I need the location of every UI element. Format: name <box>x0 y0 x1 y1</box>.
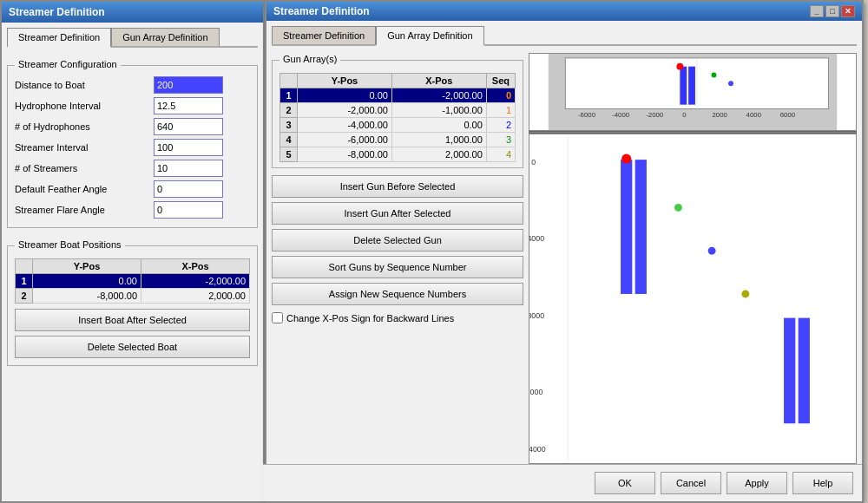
input-feather[interactable] <box>154 180 223 198</box>
close-button[interactable]: ✕ <box>841 5 855 17</box>
assign-seq-button[interactable]: Assign New Sequence Numbers <box>272 283 523 305</box>
tab-gun-array-left[interactable]: Gun Array Definition <box>111 28 219 46</box>
gun-array-table: Y-Pos X-Pos Seq 1 0.00 -2,00 <box>279 73 516 162</box>
form-row-num-streamers: # of Streamers <box>15 160 250 177</box>
right-inner: Gun Array(s) Y-Pos X-Pos Seq <box>272 53 857 464</box>
change-xpos-checkbox[interactable] <box>272 312 283 323</box>
minimize-button[interactable]: _ <box>810 5 824 17</box>
form-row-flare: Streamer Flare Angle <box>15 201 250 219</box>
form-row-streamer-interval: Streamer Interval <box>15 139 250 156</box>
input-streamer-interval[interactable] <box>154 139 223 156</box>
delete-boat-button[interactable]: Delete Selected Boat <box>15 336 250 358</box>
table-row[interactable]: 5 -8,000.00 2,000.00 4 <box>280 147 516 162</box>
label-streamer-interval: Streamer Interval <box>15 142 154 153</box>
form-row-hydro-interval: Hydrophone Interval <box>15 97 250 114</box>
apply-button[interactable]: Apply <box>727 472 787 494</box>
left-content: Streamer Definition Gun Array Definition… <box>2 23 263 501</box>
svg-text:6000: 6000 <box>780 111 796 119</box>
col-seq-gun: Seq <box>486 74 515 88</box>
svg-text:0: 0 <box>531 158 536 167</box>
boat-positions-title: Streamer Boat Positions <box>15 239 125 250</box>
input-num-hydro[interactable] <box>154 118 223 135</box>
col-rownum <box>16 259 33 274</box>
cancel-button[interactable]: Cancel <box>661 472 721 494</box>
insert-boat-button[interactable]: Insert Boat After Selected <box>15 309 250 331</box>
svg-point-13 <box>728 81 733 86</box>
input-hydro-interval[interactable] <box>154 97 223 114</box>
change-xpos-label: Change X-Pos Sign for Backward Lines <box>286 313 454 323</box>
input-distance[interactable] <box>154 76 223 94</box>
viz-bottom-svg: 0 -4000 -8000 -12000 -14000 <box>529 134 856 463</box>
label-distance: Distance to Boat <box>15 80 154 90</box>
svg-rect-11 <box>688 67 695 105</box>
main-container: Streamer Definition Streamer Definition … <box>0 0 868 503</box>
right-tab-bar: Streamer Definition Gun Array Definition <box>272 26 857 46</box>
help-button[interactable]: Help <box>792 472 853 494</box>
right-controls: Gun Array(s) Y-Pos X-Pos Seq <box>272 53 523 464</box>
table-row[interactable]: 1 0.00 -2,000.00 0 <box>280 88 516 103</box>
svg-text:-6000: -6000 <box>578 111 596 119</box>
svg-text:2000: 2000 <box>712 111 727 119</box>
tab-gun-array-right[interactable]: Gun Array Definition <box>376 26 483 46</box>
gun-buttons: Insert Gun Before Selected Insert Gun Af… <box>272 175 523 307</box>
maximize-button[interactable]: □ <box>825 5 839 17</box>
svg-point-26 <box>708 247 716 255</box>
col-xpos-boat: X-Pos <box>141 259 250 274</box>
svg-text:-4000: -4000 <box>612 111 630 119</box>
table-row[interactable]: 2 -8,000.00 2,000.00 <box>16 289 250 304</box>
viz-bottom-panel: 0 -4000 -8000 -12000 -14000 <box>529 134 857 464</box>
input-flare[interactable] <box>154 201 223 219</box>
label-num-streamers: # of Streamers <box>15 163 154 173</box>
right-titlebar: Streamer Definition _ □ ✕ <box>266 2 862 21</box>
form-row-distance: Distance to Boat <box>15 76 250 94</box>
svg-point-27 <box>741 291 749 298</box>
viz-top-panel: -6000 -4000 -2000 0 2000 4000 6000 <box>529 53 857 131</box>
delete-gun-button[interactable]: Delete Selected Gun <box>272 229 523 252</box>
svg-text:4000: 4000 <box>746 111 762 119</box>
streamer-config-group: Streamer Configuration Distance to Boat … <box>7 65 258 228</box>
checkbox-row: Change X-Pos Sign for Backward Lines <box>272 312 523 323</box>
table-row[interactable]: 2 -2,000.00 -1,000.00 1 <box>280 103 516 118</box>
label-flare: Streamer Flare Angle <box>15 205 154 215</box>
svg-point-12 <box>712 73 717 78</box>
insert-gun-after-button[interactable]: Insert Gun After Selected <box>272 202 523 225</box>
ok-button[interactable]: OK <box>595 472 655 494</box>
svg-point-24 <box>621 154 631 164</box>
svg-rect-29 <box>799 318 810 424</box>
table-row[interactable]: 4 -6,000.00 1,000.00 3 <box>280 133 516 147</box>
boat-positions-table: Y-Pos X-Pos 1 0.00 -2,000.00 2 <box>15 258 250 304</box>
col-xpos-gun: X-Pos <box>391 74 486 88</box>
svg-point-14 <box>676 63 683 70</box>
svg-text:-12000: -12000 <box>529 388 542 396</box>
sort-guns-button[interactable]: Sort Guns by Sequence Number <box>272 256 523 278</box>
svg-rect-10 <box>680 67 687 105</box>
left-titlebar: Streamer Definition <box>2 2 263 23</box>
svg-point-25 <box>674 204 682 212</box>
svg-text:-2000: -2000 <box>646 111 664 119</box>
svg-text:-14000: -14000 <box>529 445 546 454</box>
label-feather: Default Feather Angle <box>15 184 154 194</box>
svg-rect-23 <box>635 160 647 294</box>
svg-text:-8000: -8000 <box>529 311 544 320</box>
left-title: Streamer Definition <box>9 6 105 18</box>
right-title: Streamer Definition <box>273 5 370 17</box>
tab-streamer-def-left[interactable]: Streamer Definition <box>7 28 111 48</box>
form-row-num-hydro: # of Hydrophones <box>15 118 250 135</box>
viz-top-svg: -6000 -4000 -2000 0 2000 4000 6000 <box>529 54 856 130</box>
label-num-hydro: # of Hydrophones <box>15 121 154 132</box>
svg-text:-4000: -4000 <box>529 234 544 243</box>
right-viz: -6000 -4000 -2000 0 2000 4000 6000 <box>529 53 857 464</box>
svg-text:0: 0 <box>682 111 687 119</box>
right-content: Streamer Definition Gun Array Definition… <box>266 21 862 502</box>
left-window: Streamer Definition Streamer Definition … <box>0 0 265 503</box>
input-num-streamers[interactable] <box>154 160 223 177</box>
table-row[interactable]: 3 -4,000.00 0.00 2 <box>280 118 516 133</box>
streamer-config-title: Streamer Configuration <box>15 59 121 69</box>
svg-rect-28 <box>784 318 795 424</box>
table-row[interactable]: 1 0.00 -2,000.00 <box>16 274 250 289</box>
insert-gun-before-button[interactable]: Insert Gun Before Selected <box>272 175 523 198</box>
gun-array-group: Gun Array(s) Y-Pos X-Pos Seq <box>272 60 523 168</box>
label-hydro-interval: Hydrophone Interval <box>15 101 154 111</box>
tab-streamer-def-right[interactable]: Streamer Definition <box>272 26 376 44</box>
col-ypos-boat: Y-Pos <box>33 259 141 274</box>
